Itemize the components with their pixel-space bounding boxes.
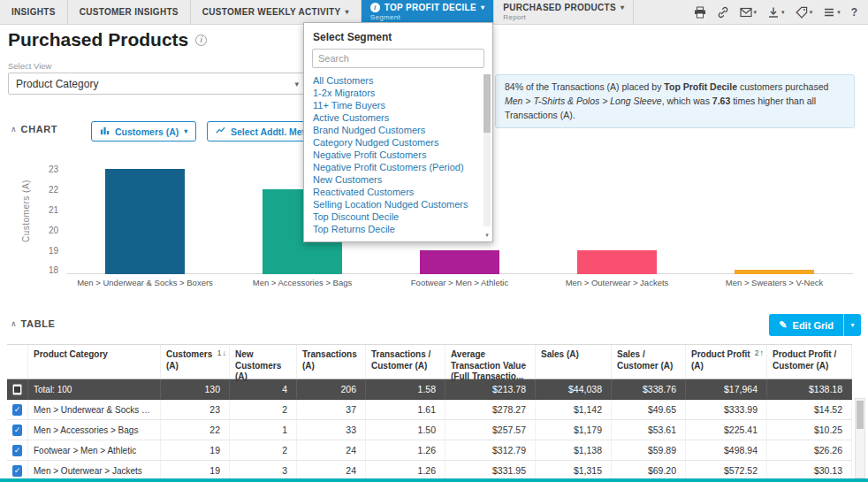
segment-option[interactable]: Top Returns Decile (304, 223, 492, 235)
column-header-new-customers[interactable]: New Customers (A) (230, 345, 297, 379)
page-header: Purchased Products i (8, 29, 207, 50)
column-header-customers[interactable]: Customers (A) 1↓ (161, 345, 230, 379)
chevron-down-icon: ▾ (294, 80, 299, 88)
list-menu-button[interactable]: ▾ (823, 6, 841, 19)
segment-option[interactable]: Category Nudged Customers (304, 136, 492, 149)
table-cell: $1,138 (536, 440, 612, 460)
info-icon: i (370, 3, 380, 12)
app-window: INSIGHTS CUSTOMER INSIGHTS CUSTOMER WEEK… (0, 0, 868, 482)
table-cell: $338.76 (612, 379, 686, 399)
table-cell: 1.58 (366, 379, 445, 399)
note-text: , which was (662, 96, 712, 106)
download-button[interactable]: ▾ (767, 6, 785, 19)
envelope-icon (740, 7, 752, 18)
segment-option[interactable]: 11+ Time Buyers (304, 99, 492, 111)
chart-bar-slot (696, 149, 853, 274)
segment-option[interactable]: 1-2x Migrators (304, 87, 492, 99)
chevron-up-icon: ∧ (11, 125, 17, 134)
table-cell: $572.52 (686, 461, 767, 480)
arrow-up-icon: ↑ (760, 348, 765, 358)
segment-list: All Customers 1-2x Migrators 11+ Time Bu… (304, 74, 492, 235)
segment-option[interactable]: Brand Nudged Customers (304, 124, 492, 136)
table-cell: $278.27 (445, 400, 536, 419)
tab-customer-insights[interactable]: CUSTOMER INSIGHTS (68, 0, 191, 24)
table-cell: 24 (297, 461, 366, 480)
edit-grid-button-group: ✎ Edit Grid ▾ (769, 314, 861, 336)
panel-scrollbar[interactable] (483, 74, 491, 226)
segment-option[interactable]: Selling Location Nudged Customers (304, 198, 492, 210)
scrollbar-thumb[interactable] (483, 74, 491, 133)
edit-grid-button[interactable]: ✎ Edit Grid (769, 314, 843, 336)
email-button[interactable]: ▾ (740, 7, 758, 18)
segment-option[interactable]: Reactivated Customers (304, 186, 492, 198)
segment-select-panel: Select Segment All Customers 1-2x Migrat… (303, 22, 493, 242)
segment-option[interactable]: Negative Profit Customers (Period) (304, 161, 492, 173)
chart-bar[interactable] (735, 270, 814, 274)
column-header-transactions-per-customer[interactable]: Transactions / Customer (A) (366, 345, 445, 379)
print-button[interactable] (694, 6, 706, 19)
column-header-sales[interactable]: Sales (A) (536, 345, 612, 379)
table-cell: $1,142 (536, 400, 612, 419)
chart-bar[interactable] (420, 250, 499, 274)
pencil-icon: ✎ (779, 319, 787, 331)
note-segment-name: Top Profit Decile (664, 81, 737, 92)
tab-customer-weekly-activity[interactable]: CUSTOMER WEEKLY ACTIVITY ▾ (191, 0, 362, 24)
segment-option[interactable]: Active Customers (304, 111, 492, 124)
y-tick-label: 20 (35, 226, 58, 235)
scrollbar-thumb[interactable] (857, 401, 864, 429)
column-header-product-category[interactable]: Product Category (28, 345, 161, 379)
table-cell: $225.41 (686, 420, 767, 440)
row-checkbox[interactable]: ✓ (12, 425, 22, 436)
segment-option[interactable]: Negative Profit Customers (304, 149, 492, 161)
segment-search-input[interactable] (312, 49, 484, 68)
share-link-button[interactable] (717, 6, 729, 19)
collapse-table-button[interactable]: ∧ TABLE (11, 318, 55, 329)
table-row: ✓ Men > Accessories > Bags 22 1 33 1.50 … (7, 420, 852, 440)
tab-purchased-products[interactable]: PURCHASED PRODUCTS ▾ Report (494, 0, 634, 24)
table-cell: 206 (297, 379, 366, 399)
column-label: Product Profit / Customer (A) (773, 349, 836, 371)
column-header-sales-per-customer[interactable]: Sales / Customer (A) (612, 345, 686, 379)
segment-option[interactable]: New Customers (304, 173, 492, 186)
tab-top-profit-decile[interactable]: i TOP PROFIT DECILE ▾ Segment (362, 0, 495, 24)
column-header-product-profit-per-customer[interactable]: Product Profit / Customer (A) (767, 345, 852, 379)
primary-metric-dropdown[interactable]: Customers (A) ▾ (91, 121, 196, 142)
row-checkbox[interactable]: ✓ (12, 404, 22, 416)
note-text: 84% of the Transactions (A) placed by (505, 81, 664, 92)
chart-bar[interactable] (105, 169, 185, 274)
chevron-down-icon: ▾ (850, 321, 854, 329)
segment-option[interactable]: All Customers (304, 74, 492, 87)
sort-indicator[interactable]: 1↓ (217, 348, 226, 358)
table-cell: 3 (230, 461, 297, 480)
printer-icon (694, 6, 706, 19)
row-label: Men > Underwear & Socks > Boxers (28, 400, 161, 419)
segment-option[interactable]: Top Discount Decile (304, 210, 492, 223)
info-icon[interactable]: i (195, 34, 207, 46)
page-title: Purchased Products (8, 29, 188, 50)
chart-bar[interactable] (577, 250, 657, 274)
select-view-dropdown[interactable]: Product Category ▾ (8, 73, 307, 95)
row-checkbox[interactable]: ✓ (12, 445, 22, 456)
select-all-checkbox[interactable] (12, 384, 22, 395)
chevron-up-icon: ∧ (11, 319, 17, 328)
table-scrollbar[interactable] (855, 398, 865, 478)
column-label: Sales (A) (541, 349, 579, 359)
select-all-header-cell (7, 345, 28, 379)
y-tick-label: 22 (35, 185, 58, 195)
column-header-avg-transaction-value[interactable]: Average Transaction Value (Full Transact… (445, 345, 536, 379)
checkbox-cell: ✓ (7, 440, 28, 460)
help-button[interactable]: ? (851, 6, 857, 19)
tab-insights[interactable]: INSIGHTS (0, 0, 68, 24)
column-header-product-profit[interactable]: Product Profit (A) 2↑ (686, 345, 767, 379)
x-axis-label: Men > Sweaters > V-Neck (696, 278, 853, 287)
scroll-down-arrow[interactable]: ▾ (483, 232, 491, 239)
collapse-chart-button[interactable]: ∧ CHART (11, 124, 57, 134)
column-label: Average Transaction Value (Full Transact… (451, 349, 526, 381)
table-cell: $69.20 (612, 461, 686, 480)
column-header-transactions[interactable]: Transactions (A) (297, 345, 366, 379)
tag-button[interactable]: ▾ (796, 6, 813, 19)
edit-grid-menu-button[interactable]: ▾ (843, 314, 861, 336)
row-checkbox[interactable]: ✓ (12, 465, 22, 477)
sort-indicator[interactable]: 2↑ (755, 348, 764, 358)
table-cell: $14.52 (767, 400, 852, 419)
